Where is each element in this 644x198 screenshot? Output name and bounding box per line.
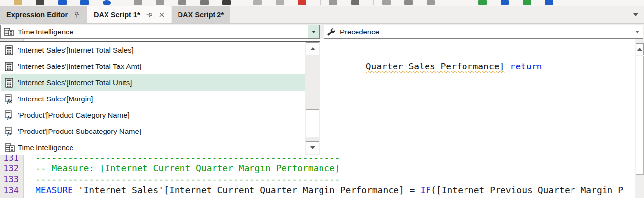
calculator-icon bbox=[5, 45, 18, 55]
dropdown-item[interactable]: fx'Product'[Product Category Name] bbox=[1, 107, 305, 123]
tab-bar: Expression Editor DAX Script 1* DAX Scr bbox=[0, 6, 644, 23]
scroll-up-button[interactable] bbox=[636, 43, 644, 55]
code-line: -- Measure: [Internet Current Quarter Ma… bbox=[36, 163, 340, 174]
dropdown-item-label: 'Internet Sales'[Margin] bbox=[18, 95, 93, 103]
dropdown-item[interactable]: Time Intelligence bbox=[1, 139, 305, 156]
tab-dax-script-1[interactable]: DAX Script 1* bbox=[87, 6, 171, 23]
tab-expression-editor[interactable]: Expression Editor bbox=[0, 6, 87, 23]
tab-label: DAX Script 2* bbox=[178, 11, 224, 19]
dropdown-item-label: 'Product'[Product Subcategory Name] bbox=[18, 127, 141, 135]
calculator-icon bbox=[5, 62, 18, 71]
dropdown-scrollbar[interactable] bbox=[305, 42, 320, 155]
triangle-up-icon bbox=[637, 48, 642, 51]
toolbar-icon[interactable] bbox=[178, 0, 186, 5]
toolbar-icon[interactable] bbox=[58, 0, 67, 5]
dropdown-item-label: 'Internet Sales'[Internet Total Sales] bbox=[18, 46, 134, 54]
dropdown-item-label: Time Intelligence bbox=[18, 143, 73, 152]
measure-selector-dropdown-button[interactable] bbox=[308, 25, 319, 38]
triangle-up-icon bbox=[310, 47, 315, 50]
scroll-down-button[interactable] bbox=[306, 141, 319, 154]
measure-dropdown-list: 'Internet Sales'[Internet Total Sales]'I… bbox=[0, 41, 320, 155]
svg-text:fx: fx bbox=[7, 131, 12, 136]
toolbar-icon[interactable] bbox=[404, 0, 413, 5]
line-number: 133 bbox=[3, 174, 19, 185]
tab-dax-script-2[interactable]: DAX Script 2* bbox=[172, 6, 230, 23]
wrench-icon bbox=[327, 28, 336, 36]
close-icon[interactable] bbox=[159, 12, 165, 18]
toolbar-icon[interactable] bbox=[329, 0, 337, 5]
selector-row: Time Intelligence Precedence bbox=[0, 23, 644, 39]
measure-selector-value: Time Intelligence bbox=[18, 28, 308, 36]
dropdown-item[interactable]: 'Internet Sales'[Internet Total Sales] bbox=[1, 42, 305, 58]
dax-code: ([Internet Previous Quarter Margin P bbox=[431, 185, 623, 195]
dropdown-item-label: 'Product'[Product Category Name] bbox=[18, 111, 130, 119]
svg-text:fx: fx bbox=[7, 114, 12, 120]
dax-comment: ----------------------------------------… bbox=[36, 174, 340, 184]
tab-overflow-chevron-icon[interactable] bbox=[633, 13, 638, 16]
toolbar-icon[interactable] bbox=[501, 0, 509, 5]
tab-label: DAX Script 1* bbox=[94, 11, 140, 19]
line-number: 132 bbox=[3, 163, 19, 174]
fx-icon: fx bbox=[5, 94, 18, 104]
dax-keyword: MEASURE bbox=[36, 185, 73, 195]
dax-keyword: IF bbox=[420, 185, 431, 195]
toolbar-icon[interactable] bbox=[36, 0, 44, 5]
code-line: ----------------------------------------… bbox=[36, 174, 340, 185]
toolbar-separator bbox=[320, 0, 321, 5]
toolbar-icon[interactable] bbox=[276, 0, 284, 5]
scroll-up-button[interactable] bbox=[306, 42, 319, 55]
squiggle-underlined-text: Quarter Sales Performance] bbox=[366, 61, 505, 71]
toolbar-icon[interactable] bbox=[103, 0, 111, 5]
toolbar-separator bbox=[245, 0, 245, 5]
toolbar-icon[interactable] bbox=[222, 0, 231, 5]
toolbar-separator bbox=[125, 0, 125, 5]
dropdown-items: 'Internet Sales'[Internet Total Sales]'I… bbox=[1, 42, 305, 155]
fx-icon: fx bbox=[5, 110, 18, 120]
keyword-return: return bbox=[510, 61, 542, 71]
dropdown-item[interactable]: fx'Internet Sales'[Margin] bbox=[1, 91, 305, 107]
fx-icon: fx bbox=[5, 127, 18, 136]
dax-code: 'Internet Sales'[Internet Current Quarte… bbox=[73, 185, 420, 195]
scrollbar-thumb[interactable] bbox=[306, 109, 319, 137]
top-toolbar bbox=[0, 0, 644, 6]
scrollbar-thumb[interactable] bbox=[636, 56, 644, 175]
code-line-return: Quarter Sales Performance] return bbox=[323, 50, 542, 61]
dax-comment: -- Measure: [Internet Current Quarter Ma… bbox=[36, 163, 340, 173]
calc-table-icon bbox=[4, 28, 14, 36]
svg-text:fx: fx bbox=[7, 98, 12, 104]
toolbar-icon[interactable] bbox=[382, 0, 391, 5]
dropdown-item[interactable]: 'Internet Sales'[Internet Total Tax Amt] bbox=[1, 58, 305, 74]
precedence-dropdown-button[interactable] bbox=[631, 25, 643, 38]
tab-label: Expression Editor bbox=[6, 11, 68, 19]
toolbar-icon[interactable] bbox=[427, 0, 435, 5]
toolbar-icon[interactable] bbox=[298, 0, 306, 5]
toolbar-icon[interactable] bbox=[134, 0, 142, 5]
toolbar-icon[interactable] bbox=[80, 0, 89, 5]
chevron-down-icon bbox=[635, 31, 639, 33]
app-window: Expression Editor DAX Script 1* DAX Scr bbox=[0, 0, 644, 198]
code-line: MEASURE 'Internet Sales'[Internet Curren… bbox=[36, 185, 623, 196]
line-number: 134 bbox=[3, 185, 19, 196]
editor-vertical-scrollbar[interactable] bbox=[635, 39, 644, 198]
precedence-combobox[interactable]: Precedence bbox=[324, 25, 643, 39]
toolbar-icon[interactable] bbox=[478, 0, 487, 5]
calc-table-icon bbox=[5, 143, 18, 152]
toolbar-icon[interactable] bbox=[200, 0, 209, 5]
toolbar-icon[interactable] bbox=[156, 0, 164, 5]
dropdown-item-label: 'Internet Sales'[Internet Total Units] bbox=[18, 78, 132, 87]
dropdown-item-selected[interactable]: 'Internet Sales'[Internet Total Units] bbox=[1, 74, 305, 91]
toolbar-icon[interactable] bbox=[253, 0, 262, 5]
toolbar-icon[interactable] bbox=[14, 0, 22, 5]
dropdown-item[interactable]: fx'Product'[Product Subcategory Name] bbox=[1, 123, 305, 139]
toolbar-icon[interactable] bbox=[545, 0, 553, 5]
chevron-down-icon bbox=[312, 31, 316, 33]
toolbar-separator bbox=[373, 0, 374, 5]
dropdown-item-label: 'Internet Sales'[Internet Total Tax Amt] bbox=[18, 62, 141, 70]
toolbar-icon[interactable] bbox=[523, 0, 531, 5]
precedence-value: Precedence bbox=[340, 28, 631, 36]
pin-icon[interactable] bbox=[146, 11, 153, 18]
measure-selector-combobox[interactable]: Time Intelligence bbox=[0, 25, 320, 39]
triangle-down-icon bbox=[310, 146, 315, 149]
toolbar-icon[interactable] bbox=[351, 0, 359, 5]
pin-icon[interactable] bbox=[73, 11, 80, 18]
